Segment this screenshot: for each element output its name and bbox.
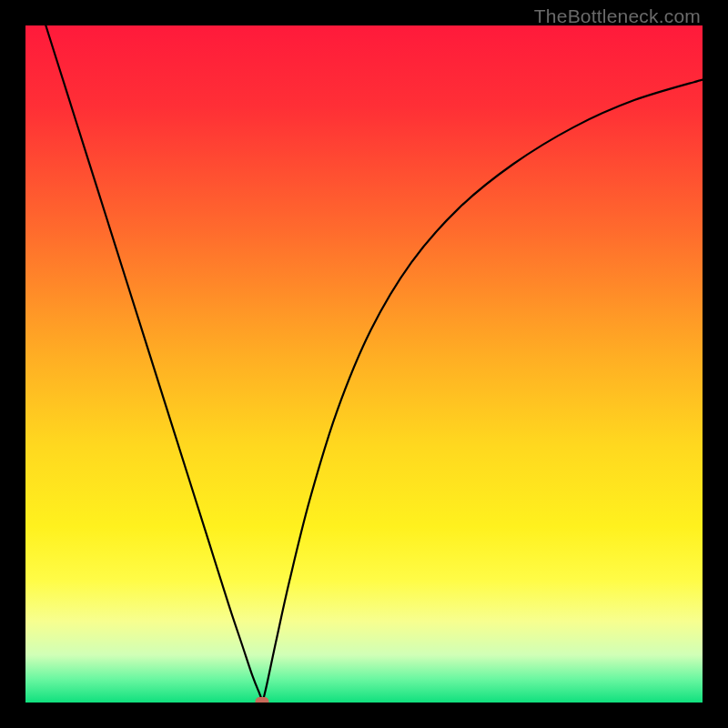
watermark-text: TheBottleneck.com (534, 5, 701, 27)
bottleneck-curve (25, 25, 703, 703)
plot-area (25, 25, 703, 703)
optimum-marker (256, 697, 269, 703)
chart-frame: TheBottleneck.com (0, 0, 728, 728)
